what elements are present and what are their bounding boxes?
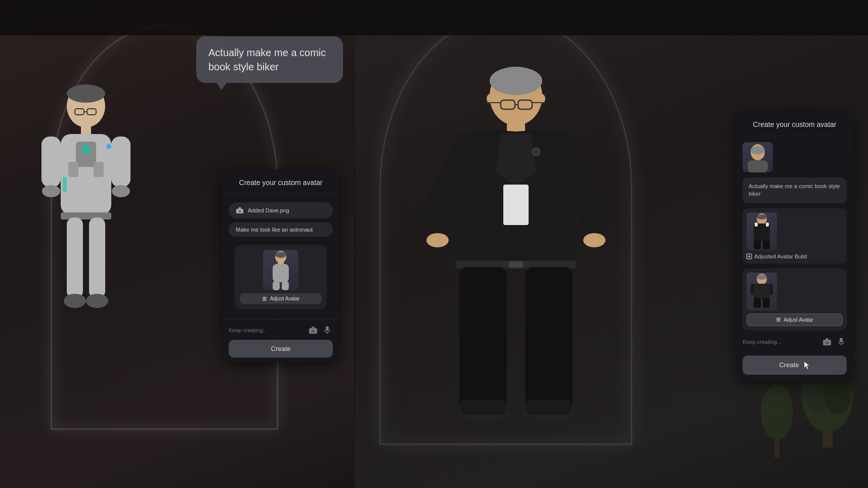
rp-avatar-card-1: Adjusted Avatar Build <box>743 208 847 263</box>
create-button-left[interactable]: Create <box>229 340 333 358</box>
svg-point-20 <box>106 144 111 149</box>
top-bar <box>0 0 868 35</box>
svg-rect-92 <box>826 338 829 340</box>
svg-rect-36 <box>312 327 315 329</box>
svg-rect-31 <box>263 298 267 299</box>
create-button-right[interactable]: Create <box>743 356 847 375</box>
camera-icon-input[interactable] <box>308 325 319 336</box>
svg-rect-11 <box>61 212 111 219</box>
astronaut-avatar <box>30 76 172 430</box>
svg-rect-29 <box>273 281 280 290</box>
svg-point-40 <box>490 67 542 95</box>
svg-point-14 <box>64 294 86 308</box>
svg-rect-86 <box>763 298 770 308</box>
svg-rect-84 <box>754 284 770 299</box>
svg-point-60 <box>583 233 605 247</box>
rp-avatar-card-2: Adjust Avatar <box>743 269 847 330</box>
chat-panel-left-header: Create your custom avatar <box>223 169 339 194</box>
svg-rect-24 <box>239 207 241 209</box>
svg-rect-12 <box>67 217 83 298</box>
right-panel: Create your custom avatar Actually make … <box>736 111 853 381</box>
chat-input-left[interactable] <box>229 327 305 333</box>
svg-point-71 <box>757 214 767 219</box>
message-text-label: Make me look like an astronaut <box>236 227 313 233</box>
chat-panel-left: Create your custom avatar Added Dave.png… <box>223 169 339 362</box>
adjust-avatar-button-right[interactable]: Adjust Avatar <box>747 314 843 326</box>
svg-point-15 <box>86 294 108 308</box>
rp-mic-icon[interactable] <box>836 336 847 347</box>
right-panel-body: Actually make me a comic book style bike… <box>736 136 853 336</box>
svg-rect-74 <box>766 223 769 227</box>
svg-rect-85 <box>754 298 761 308</box>
svg-rect-88 <box>776 318 780 319</box>
avatar-preview-thumb <box>263 250 298 290</box>
message-image-label: Added Dave.png <box>248 207 289 213</box>
svg-rect-65 <box>774 437 779 458</box>
user-thumbnail <box>743 142 773 172</box>
svg-point-59 <box>426 233 449 247</box>
svg-rect-75 <box>754 240 761 249</box>
rp-adjusted-label: Adjusted Avatar Build <box>747 253 843 259</box>
svg-point-35 <box>312 330 315 333</box>
rp-camera-icon[interactable] <box>821 336 833 347</box>
right-panel-input[interactable] <box>743 339 818 345</box>
biker-avatar <box>395 40 637 480</box>
svg-rect-49 <box>503 185 529 225</box>
speech-bubble-text: Actually make me a comic book style bike… <box>208 47 326 72</box>
divider <box>354 0 355 488</box>
svg-rect-53 <box>459 267 507 409</box>
chat-input-area-left: Create <box>223 319 339 362</box>
svg-point-91 <box>826 341 829 344</box>
mic-icon[interactable] <box>322 325 333 336</box>
svg-rect-33 <box>263 300 267 301</box>
rp-avatar-thumb-2 <box>747 273 777 310</box>
svg-point-18 <box>42 185 60 197</box>
svg-rect-28 <box>273 264 289 282</box>
message-text: Make me look like an astronaut <box>229 223 333 237</box>
svg-point-1 <box>67 84 105 103</box>
adjust-avatar-button-left[interactable]: Adjust Avatar <box>240 293 322 304</box>
speech-bubble: Actually make me a comic book style bike… <box>196 36 343 83</box>
svg-rect-32 <box>263 297 267 298</box>
avatar-preview-card: Adjust Avatar <box>235 245 327 309</box>
svg-point-68 <box>751 146 765 154</box>
svg-point-23 <box>239 210 241 212</box>
svg-rect-17 <box>111 137 131 187</box>
svg-rect-76 <box>763 240 770 249</box>
right-panel-header: Create your custom avatar <box>736 111 853 136</box>
right-panel-input-area <box>736 336 853 356</box>
svg-rect-93 <box>840 338 843 342</box>
svg-rect-13 <box>89 217 105 298</box>
svg-point-26 <box>275 252 286 258</box>
svg-rect-58 <box>526 400 572 415</box>
svg-point-81 <box>757 275 767 280</box>
svg-rect-87 <box>776 319 780 320</box>
message-image: Added Dave.png <box>229 202 333 218</box>
svg-rect-9 <box>68 162 78 177</box>
rp-input-row <box>743 336 847 347</box>
svg-rect-37 <box>326 326 329 331</box>
plant-decoration-right <box>757 377 797 458</box>
chat-messages: Added Dave.png Make me look like an astr… <box>223 194 339 319</box>
input-row-left <box>229 325 333 336</box>
svg-rect-16 <box>41 137 61 187</box>
camera-icon <box>236 206 244 214</box>
svg-rect-21 <box>63 177 67 192</box>
svg-point-66 <box>761 384 793 440</box>
svg-rect-57 <box>460 400 506 415</box>
svg-point-8 <box>82 145 90 153</box>
svg-rect-52 <box>509 261 523 268</box>
svg-point-50 <box>532 148 540 156</box>
right-panel-message: Actually make me a comic book style bike… <box>743 178 847 203</box>
svg-rect-73 <box>755 223 758 227</box>
svg-rect-54 <box>525 267 573 409</box>
cursor-icon <box>803 361 810 370</box>
svg-rect-89 <box>776 321 780 322</box>
rp-avatar-thumb-1 <box>747 212 777 250</box>
svg-rect-69 <box>748 160 768 172</box>
svg-rect-30 <box>282 281 289 290</box>
svg-point-19 <box>112 185 130 197</box>
svg-rect-10 <box>94 162 104 177</box>
adjust-avatar-label: Adjust Avatar <box>270 296 300 301</box>
